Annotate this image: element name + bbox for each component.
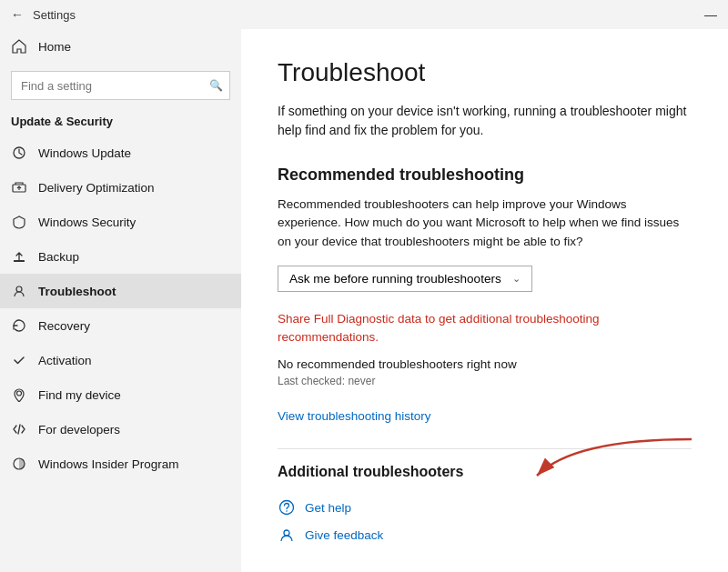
get-help-link[interactable]: Get help <box>278 498 692 517</box>
last-checked-text: Last checked: never <box>278 375 692 387</box>
find-my-device-label: Find my device <box>38 388 121 402</box>
recommended-section-title: Recommended troubleshooting <box>278 166 692 185</box>
for-developers-icon <box>11 421 27 437</box>
svg-point-3 <box>16 286 22 292</box>
diagnostic-link[interactable]: Share Full Diagnostic data to get additi… <box>278 310 692 347</box>
troubleshoot-label: Troubleshoot <box>38 285 116 298</box>
find-my-device-icon <box>11 386 27 403</box>
give-feedback-icon <box>278 526 296 544</box>
activation-label: Activation <box>38 354 92 367</box>
sidebar: Home 🔍 Update & Security Windows Update <box>0 29 241 572</box>
give-feedback-link[interactable]: Give feedback <box>278 526 692 544</box>
titlebar: ← Settings — <box>0 0 728 29</box>
minimize-button[interactable]: — <box>704 7 717 22</box>
app-title: Settings <box>33 8 76 22</box>
get-help-label: Get help <box>305 501 351 515</box>
main-layout: Home 🔍 Update & Security Windows Update <box>0 29 728 572</box>
windows-insider-label: Windows Insider Program <box>38 457 179 471</box>
svg-point-9 <box>284 530 289 536</box>
sidebar-item-troubleshoot[interactable]: Troubleshoot <box>0 274 241 308</box>
sidebar-item-delivery-optimization[interactable]: Delivery Optimization <box>0 170 241 205</box>
get-help-icon <box>278 498 296 517</box>
windows-update-label: Windows Update <box>38 146 131 160</box>
windows-security-icon <box>11 214 27 230</box>
sidebar-item-home[interactable]: Home <box>0 29 241 64</box>
sidebar-item-windows-update[interactable]: Windows Update <box>0 135 241 170</box>
backup-label: Backup <box>38 250 79 264</box>
sidebar-item-recovery[interactable]: Recovery <box>0 308 241 343</box>
titlebar-left: ← Settings <box>11 7 76 22</box>
home-label: Home <box>38 40 71 54</box>
additional-section-title: Additional troubleshooters <box>278 464 692 480</box>
sidebar-item-windows-insider[interactable]: Windows Insider Program <box>0 447 241 481</box>
sidebar-item-backup[interactable]: Backup <box>0 239 241 274</box>
page-description: If something on your device isn't workin… <box>278 102 692 140</box>
windows-insider-icon <box>11 456 27 472</box>
recommended-section-description: Recommended troubleshooters can help imp… <box>278 196 692 251</box>
svg-rect-2 <box>14 260 25 262</box>
page-title: Troubleshoot <box>278 58 692 87</box>
search-icon: 🔍 <box>209 79 223 92</box>
home-icon <box>11 38 27 55</box>
no-troubleshooters-text: No recommended troubleshooters right now <box>278 357 692 371</box>
for-developers-label: For developers <box>38 423 120 437</box>
svg-point-4 <box>17 391 22 396</box>
svg-point-8 <box>286 510 288 512</box>
additional-troubleshooters-wrapper: Additional troubleshooters <box>278 448 692 480</box>
recovery-icon <box>11 317 27 334</box>
troubleshoot-icon <box>11 283 27 299</box>
search-container: 🔍 <box>11 71 230 100</box>
sidebar-section-label: Update & Security <box>0 111 241 135</box>
sidebar-item-activation[interactable]: Activation <box>0 343 241 377</box>
chevron-down-icon: ⌄ <box>512 273 521 285</box>
troubleshoot-dropdown[interactable]: Ask me before running troubleshooters ⌄ <box>278 266 532 292</box>
windows-update-icon <box>11 145 27 161</box>
sidebar-item-find-my-device[interactable]: Find my device <box>0 377 241 412</box>
sidebar-item-for-developers[interactable]: For developers <box>0 412 241 447</box>
delivery-optimization-icon <box>11 179 27 196</box>
additional-troubleshooters-section: Additional troubleshooters <box>278 448 692 480</box>
main-content: Troubleshoot If something on your device… <box>241 29 728 572</box>
back-button[interactable]: ← <box>11 7 24 22</box>
view-history-link[interactable]: View troubleshooting history <box>278 409 692 423</box>
give-feedback-label: Give feedback <box>305 528 383 542</box>
activation-icon <box>11 352 27 368</box>
sidebar-item-windows-security[interactable]: Windows Security <box>0 205 241 239</box>
windows-security-label: Windows Security <box>38 216 136 229</box>
backup-icon <box>11 248 27 265</box>
recovery-label: Recovery <box>38 319 90 333</box>
delivery-optimization-label: Delivery Optimization <box>38 181 155 195</box>
search-input[interactable] <box>11 71 230 100</box>
svg-point-7 <box>280 501 294 515</box>
dropdown-value: Ask me before running troubleshooters <box>289 272 501 286</box>
